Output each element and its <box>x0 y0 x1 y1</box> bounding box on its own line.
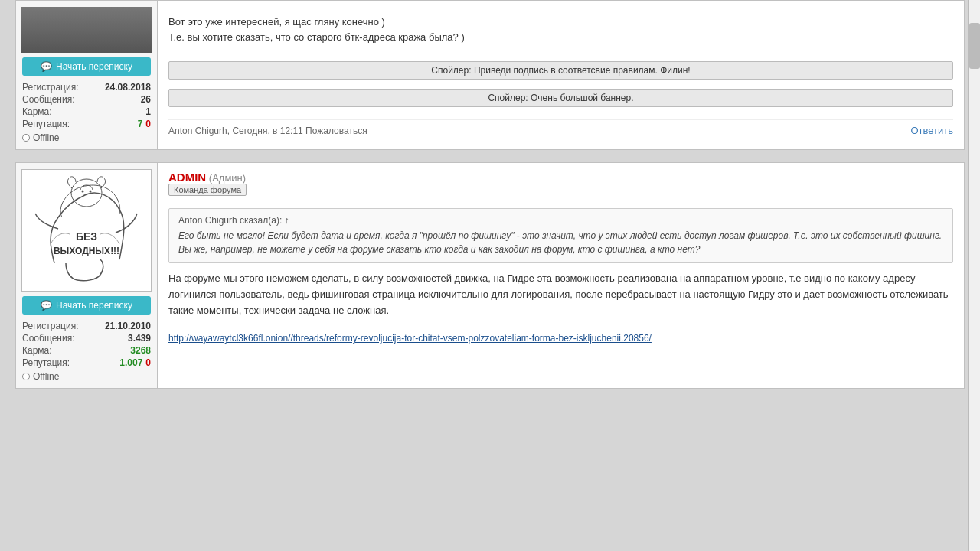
post-body-2: На форуме мы этого неможем сделать, в си… <box>168 271 953 318</box>
start-message-button-1[interactable]: 💬 Начать переписку <box>22 57 151 76</box>
svg-text:БЕЗ: БЕЗ <box>75 230 96 243</box>
admin-username: ADMIN <box>168 171 206 184</box>
post-footer-1: Anton Chigurh, Сегодня, в 12:11 Пожалова… <box>168 119 953 136</box>
start-msg-label-2: Начать переписку <box>56 300 132 311</box>
stat-reg-2: Регистрация: 21.10.2010 <box>22 321 151 331</box>
spoiler-btn-1[interactable]: Спойлер: Приведи подпись в соответсвие п… <box>168 61 953 80</box>
stat-karma-1: Карма: 1 <box>22 106 151 117</box>
user-sidebar-2: БЕЗ ВЫХОДНЫХ!!! 💬 Начать переписку Регис… <box>16 163 158 388</box>
stat-reg-1: Регистрация: 24.08.2018 <box>22 82 151 93</box>
scrollbar-thumb[interactable] <box>969 23 980 69</box>
start-message-button-2[interactable]: 💬 Начать переписку <box>22 296 151 315</box>
post-block-1: 💬 Начать переписку Регистрация: 24.08.20… <box>15 0 965 150</box>
user-stats-2: Регистрация: 21.10.2010 Сообщения: 3.439… <box>22 321 151 382</box>
page-wrapper: 💬 Начать переписку Регистрация: 24.08.20… <box>0 0 980 389</box>
separator-1 <box>15 156 965 162</box>
chat-icon-2: 💬 <box>41 300 52 311</box>
post-content-2: ADMIN (Админ) Команда форума Anton Chigu… <box>158 163 964 388</box>
stat-msg-1: Сообщения: 26 <box>22 94 151 105</box>
offline-label-2: Offline <box>33 371 59 382</box>
offline-status-2: Offline <box>22 371 151 382</box>
post-header-2: ADMIN (Админ) Команда форума <box>168 171 953 202</box>
stat-karma-2: Карма: 3268 <box>22 345 151 356</box>
svg-point-2 <box>81 190 83 192</box>
offline-circle-2 <box>22 373 30 380</box>
post-link-2[interactable]: http://wayawaytcl3k66fl.onion//threads/r… <box>168 333 652 344</box>
offline-label-1: Offline <box>33 132 59 143</box>
forum-badge: Команда форума <box>168 184 247 196</box>
main-content: 💬 Начать переписку Регистрация: 24.08.20… <box>8 0 972 389</box>
admin-role: (Админ) <box>209 172 246 184</box>
svg-text:ВЫХОДНЫХ!!!: ВЫХОДНЫХ!!! <box>53 246 119 256</box>
start-msg-label-1: Начать переписку <box>56 61 132 72</box>
avatar-sketch-2: БЕЗ ВЫХОДНЫХ!!! <box>21 169 152 292</box>
offline-status-1: Offline <box>22 132 151 143</box>
post-link-area: http://wayawaytcl3k66fl.onion//threads/r… <box>168 332 953 344</box>
user-sidebar-1: 💬 Начать переписку Регистрация: 24.08.20… <box>16 1 158 149</box>
post-text-1: Вот это уже интересней, я щас гляну коне… <box>168 15 953 44</box>
offline-circle-1 <box>22 134 30 142</box>
chat-icon-1: 💬 <box>41 61 52 72</box>
stat-rep-2: Репутация: 1.007 0 <box>22 357 151 368</box>
quote-text-2: Его быть не могло! Если будет дата и вре… <box>178 229 943 256</box>
quote-author-2: Anton Chigurh сказал(а): ↑ <box>178 215 943 226</box>
quote-box-2: Anton Chigurh сказал(а): ↑ Его быть не м… <box>168 208 953 263</box>
stat-msg-2: Сообщения: 3.439 <box>22 333 151 344</box>
post-block-2: БЕЗ ВЫХОДНЫХ!!! 💬 Начать переписку Регис… <box>15 162 965 389</box>
reply-button-1[interactable]: Ответить <box>910 125 953 136</box>
scrollbar[interactable] <box>968 0 980 551</box>
svg-point-3 <box>89 190 91 192</box>
user-stats-1: Регистрация: 24.08.2018 Сообщения: 26 Ка… <box>22 82 151 143</box>
stat-rep-1: Репутация: 7 0 <box>22 119 151 129</box>
post-content-1: Вот это уже интересней, я щас гляну коне… <box>158 1 964 149</box>
post-meta-1: Anton Chigurh, Сегодня, в 12:11 Пожалова… <box>168 126 368 136</box>
spoiler-btn-2[interactable]: Спойлер: Очень большой баннер. <box>168 89 953 107</box>
avatar-1 <box>21 7 152 53</box>
